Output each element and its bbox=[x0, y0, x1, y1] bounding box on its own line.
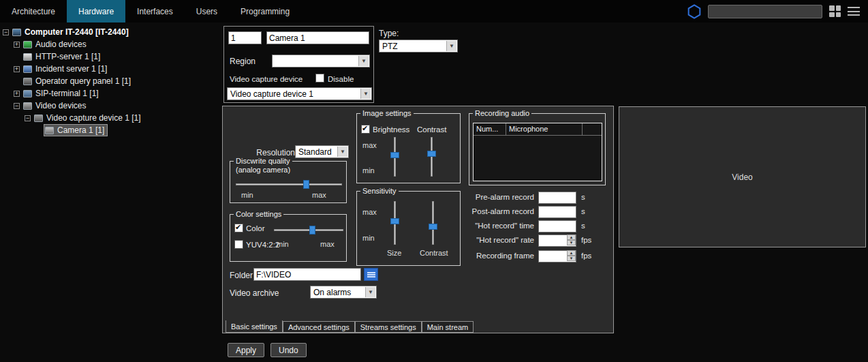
app-root: ArchitectureHardwareInterfacesUsersProgr… bbox=[0, 0, 868, 362]
collapse-toggle[interactable]: − bbox=[25, 115, 31, 121]
slider-thumb[interactable] bbox=[390, 152, 399, 158]
disable-checkbox[interactable] bbox=[315, 74, 324, 82]
spinner-buttons[interactable]: ▲▼ bbox=[567, 235, 576, 245]
type-value: PTZ bbox=[382, 42, 398, 51]
expand-toggle[interactable]: + bbox=[14, 66, 20, 72]
recording-audio-title: Recording audio bbox=[473, 109, 531, 118]
tree-item-audio-devices[interactable]: +Audio devices bbox=[0, 38, 219, 50]
undo-button[interactable]: Undo bbox=[270, 343, 307, 357]
recording-audio-group: Recording audio Num...Microphone bbox=[469, 113, 606, 185]
tab-basic-settings[interactable]: Basic settings bbox=[226, 320, 283, 333]
yuv422-checkbox[interactable] bbox=[234, 240, 243, 249]
menu-item-hardware[interactable]: Hardware bbox=[67, 0, 125, 22]
video-archive-dropdown[interactable]: On alarms ▼ bbox=[310, 286, 377, 299]
camera-identity-box: Region ▼ Video capture device Disable Vi… bbox=[223, 26, 374, 103]
grid-square bbox=[836, 12, 841, 18]
slider-track bbox=[432, 201, 434, 245]
device-tree: −Computer IT-2440 [IT-2440]+Audio device… bbox=[0, 22, 219, 362]
discwrite-quality-group: Discwrite quality (analog camera) min ma… bbox=[230, 161, 347, 203]
tree-item-http-server-1-1[interactable]: HTTP-server 1 [1] bbox=[0, 50, 219, 63]
tab-advanced-settings[interactable]: Advanced settings bbox=[283, 321, 355, 333]
folder-label: Folder bbox=[230, 271, 253, 280]
camera-name-input[interactable] bbox=[266, 31, 369, 44]
camera-id-input[interactable] bbox=[228, 31, 262, 44]
chevron-down-icon: ▼ bbox=[446, 41, 456, 51]
region-dropdown[interactable]: ▼ bbox=[272, 55, 370, 67]
column-header-num[interactable]: Num... bbox=[474, 123, 506, 135]
tree-item-sip-terminal-1-1[interactable]: +SIP-terminal 1 [1] bbox=[0, 87, 219, 100]
record-field-row: "Hot record" rate▲▼fps bbox=[444, 234, 591, 246]
tree-item-label: Incident server 1 [1] bbox=[35, 64, 107, 74]
tree-item-computer-it-2440-it-2440[interactable]: −Computer IT-2440 [IT-2440] bbox=[0, 26, 219, 38]
video-archive-label: Video archive bbox=[230, 288, 279, 298]
slider-thumb[interactable] bbox=[429, 224, 437, 230]
tab-main-stream[interactable]: Main stream bbox=[422, 321, 474, 333]
resolution-dropdown[interactable]: Standard ▼ bbox=[295, 145, 349, 158]
camera-icon bbox=[45, 127, 54, 134]
field-label: Post-alarm record bbox=[444, 207, 534, 215]
tree-item-label: HTTP-server 1 [1] bbox=[35, 52, 100, 61]
recording-audio-table-header: Num...Microphone bbox=[474, 123, 602, 136]
layout-grid-icon[interactable] bbox=[829, 5, 841, 17]
slider-thumb[interactable] bbox=[390, 218, 399, 224]
menu-item-programming[interactable]: Programming bbox=[229, 0, 301, 22]
brand-hexagon-icon bbox=[687, 4, 701, 19]
incident-icon bbox=[23, 65, 32, 73]
color-label: Color bbox=[246, 224, 264, 232]
apply-button[interactable]: Apply bbox=[228, 343, 264, 357]
type-dropdown[interactable]: PTZ ▼ bbox=[379, 40, 458, 52]
collapse-toggle[interactable]: − bbox=[14, 103, 20, 109]
sensitivity-size-slider[interactable] bbox=[390, 201, 400, 245]
menu-icon[interactable] bbox=[848, 7, 860, 16]
menu-item-architecture[interactable]: Architecture bbox=[0, 0, 67, 22]
tree-item-video-devices[interactable]: −Video devices bbox=[0, 100, 219, 112]
image-settings-title: Image settings bbox=[360, 109, 414, 118]
search-input[interactable] bbox=[708, 5, 822, 18]
settings-panel: Resolution Standard ▼ Discwrite quality … bbox=[222, 106, 614, 333]
post-alarm-record-input[interactable] bbox=[538, 206, 576, 218]
collapse-toggle[interactable]: − bbox=[3, 29, 9, 35]
slider-thumb[interactable] bbox=[303, 180, 309, 189]
tree-item-video-capture-device-1-1[interactable]: −Video capture device 1 [1] bbox=[0, 112, 219, 124]
contrast-slider[interactable] bbox=[427, 137, 437, 177]
field-input-wrap: ▲▼ bbox=[538, 250, 576, 262]
expand-toggle[interactable]: + bbox=[14, 42, 20, 48]
field-input-wrap bbox=[538, 205, 576, 217]
color-slider[interactable] bbox=[274, 225, 343, 235]
grid-square bbox=[829, 12, 835, 18]
size-label: Size bbox=[387, 249, 401, 257]
max-label: max bbox=[362, 208, 377, 216]
capture-device-dropdown[interactable]: Video capture device 1 ▼ bbox=[227, 87, 372, 100]
browse-folder-button[interactable] bbox=[364, 268, 378, 281]
column-header-microphone[interactable]: Microphone bbox=[506, 123, 583, 135]
expand-toggle[interactable]: + bbox=[14, 91, 20, 97]
menu-item-users[interactable]: Users bbox=[185, 0, 229, 22]
pre-alarm-record-input[interactable] bbox=[538, 192, 576, 204]
spinner-buttons[interactable]: ▲▼ bbox=[567, 250, 576, 261]
recording-audio-table[interactable]: Num...Microphone bbox=[473, 123, 602, 181]
tree-item-incident-server-1-1[interactable]: +Incident server 1 [1] bbox=[0, 63, 219, 75]
menu-item-interfaces[interactable]: Interfaces bbox=[125, 0, 185, 22]
tab-streams-settings[interactable]: Streams settings bbox=[355, 321, 422, 333]
slider-thumb[interactable] bbox=[309, 226, 315, 235]
field-unit: fps bbox=[581, 252, 591, 260]
tree-item-label: Video devices bbox=[35, 101, 87, 110]
max-label: max bbox=[362, 141, 377, 149]
video-archive-value: On alarms bbox=[313, 288, 351, 297]
video-preview-panel: Video bbox=[619, 106, 866, 247]
color-checkbox[interactable] bbox=[234, 224, 243, 232]
brightness-checkbox[interactable] bbox=[361, 125, 370, 134]
folder-input[interactable] bbox=[253, 268, 361, 281]
sensitivity-contrast-slider[interactable] bbox=[428, 201, 438, 245]
brightness-slider[interactable] bbox=[390, 137, 400, 177]
field-label: Pre-alarm record bbox=[444, 193, 534, 201]
grid-square bbox=[829, 5, 835, 11]
discwrite-quality-slider[interactable] bbox=[236, 179, 342, 190]
tree-item-operator-query-panel-1-1[interactable]: Operator query panel 1 [1] bbox=[0, 75, 219, 87]
resolution-value: Standard bbox=[298, 147, 332, 157]
tree-item-camera-1-1[interactable]: Camera 1 [1] bbox=[0, 124, 219, 136]
field-unit: fps bbox=[581, 236, 591, 244]
color-settings-title: Color settings bbox=[234, 210, 283, 219]
slider-thumb[interactable] bbox=[427, 151, 436, 157]
hot-record-time-input[interactable] bbox=[538, 220, 576, 232]
